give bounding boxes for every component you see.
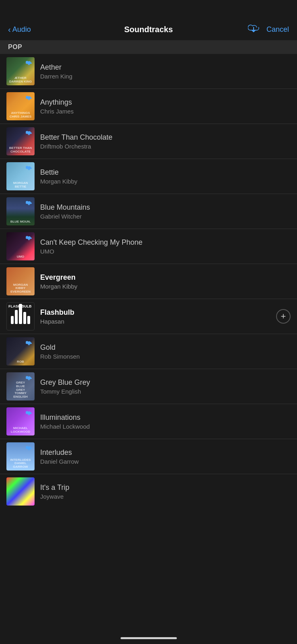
track-item[interactable]: ÆTHER DARREN KING AetherDarren King: [0, 54, 297, 89]
artwork-text: ANYTHINGS CHRIS JAMES: [8, 111, 33, 119]
track-artwork: MICHAEL LOCKWOOD: [6, 407, 35, 436]
artwork-text: FLASH|BULB: [8, 304, 32, 308]
home-bar: [121, 637, 177, 639]
download-icon[interactable]: [25, 374, 33, 382]
download-icon[interactable]: [25, 94, 33, 102]
track-item[interactable]: Rob GoldRob Simonsen: [0, 334, 297, 369]
track-artwork: ANYTHINGS CHRIS JAMES: [6, 92, 35, 120]
track-artwork: Rob: [6, 337, 35, 365]
nav-right-controls: Cancel: [248, 23, 289, 35]
track-item[interactable]: UMO Can't Keep Checking My PhoneUMO: [0, 229, 297, 264]
track-artist: Michael Lockwood: [40, 423, 291, 430]
track-artist: Tommy English: [40, 388, 291, 395]
track-info: Can't Keep Checking My PhoneUMO: [40, 238, 291, 255]
track-info: EvergreenMorgan Kibby: [40, 273, 291, 290]
artwork-text: GREY BLUE GREY TOMMY ENGLISH: [8, 381, 33, 399]
back-chevron-icon: ‹: [8, 25, 11, 33]
track-info: It's a TripJoywave: [40, 483, 291, 500]
section-header: POP: [0, 40, 297, 54]
download-icon[interactable]: [25, 129, 33, 137]
track-artist: Hapasan: [40, 318, 271, 325]
track-info: BettieMorgan Kibby: [40, 168, 291, 185]
track-info: InterludesDaniel Garrow: [40, 448, 291, 465]
track-info: GoldRob Simonsen: [40, 343, 291, 360]
track-title: Aether: [40, 63, 291, 72]
track-list: ÆTHER DARREN KING AetherDarren KingANYTH…: [0, 54, 297, 509]
section-label: POP: [8, 43, 22, 50]
track-artwork: Interludes Daniel Garrow: [6, 442, 35, 471]
track-artist: UMO: [40, 248, 291, 255]
track-title: Better Than Chocolate: [40, 133, 291, 142]
track-artwork: UMO: [6, 232, 35, 260]
track-artwork: FLASH|BULB: [6, 302, 35, 330]
track-info: Grey Blue GreyTommy English: [40, 378, 291, 395]
track-title: Flashbulb: [40, 308, 271, 317]
track-info: Blue MountainsGabriel Witcher: [40, 203, 291, 220]
track-add-action: +: [276, 309, 291, 324]
track-artwork: [6, 477, 35, 506]
track-artist: Rob Simonsen: [40, 353, 291, 360]
download-icon[interactable]: [25, 199, 33, 207]
track-artwork: ÆTHER DARREN KING: [6, 57, 35, 85]
track-artist: Driftmob Orchestra: [40, 143, 291, 150]
track-artwork: BETTER THAN CHOCOLATE: [6, 127, 35, 155]
track-info: Better Than ChocolateDriftmob Orchestra: [40, 133, 291, 150]
add-button[interactable]: +: [276, 309, 291, 324]
download-icon[interactable]: [25, 59, 33, 67]
back-label: Audio: [12, 25, 31, 34]
track-item[interactable]: MORGAN KIBBY EVERGREENEvergreenMorgan Ki…: [0, 264, 297, 299]
track-artwork: BLUE MOUN.: [6, 197, 35, 225]
artwork-text: UMO: [8, 255, 33, 259]
track-artwork: MORGAN KIBBY EVERGREEN: [6, 267, 35, 295]
track-item[interactable]: It's a TripJoywave: [0, 474, 297, 509]
track-artwork: MORGAN BETTIE: [6, 162, 35, 190]
track-item[interactable]: MICHAEL LOCKWOOD IlluminationsMichael Lo…: [0, 404, 297, 439]
track-info: FlashbulbHapasan: [40, 308, 271, 325]
track-title: Anythings: [40, 98, 291, 107]
track-artist: Darren King: [40, 73, 291, 80]
track-info: IlluminationsMichael Lockwood: [40, 413, 291, 430]
home-indicator: [0, 632, 297, 644]
track-item[interactable]: Interludes Daniel Garrow InterludesDanie…: [0, 439, 297, 474]
artwork-text: BETTER THAN CHOCOLATE: [8, 147, 33, 154]
artwork-text: BLUE MOUN.: [8, 220, 33, 224]
navigation-bar: ‹ Audio Soundtracks Cancel: [0, 20, 297, 40]
track-artwork: GREY BLUE GREY TOMMY ENGLISH: [6, 372, 35, 400]
track-artist: Daniel Garrow: [40, 458, 291, 465]
track-info: AnythingsChris James: [40, 98, 291, 115]
track-item[interactable]: BLUE MOUN. Blue MountainsGabriel Witcher: [0, 194, 297, 229]
track-title: Interludes: [40, 448, 291, 457]
artwork-text: MORGAN KIBBY EVERGREEN: [8, 283, 33, 294]
track-item[interactable]: FLASH|BULBFlashbulbHapasan+: [0, 299, 297, 334]
download-icon[interactable]: [25, 234, 33, 242]
track-artist: Chris James: [40, 108, 291, 115]
track-item[interactable]: MORGAN BETTIE BettieMorgan Kibby: [0, 159, 297, 194]
track-title: Blue Mountains: [40, 203, 291, 212]
track-info: AetherDarren King: [40, 63, 291, 80]
artwork-text: Rob: [8, 360, 33, 364]
track-title: Bettie: [40, 168, 291, 177]
artwork-text: ÆTHER DARREN KING: [8, 76, 33, 84]
cancel-button[interactable]: Cancel: [266, 25, 289, 34]
track-title: Grey Blue Grey: [40, 378, 291, 387]
download-icon[interactable]: [25, 339, 33, 347]
download-icon[interactable]: [25, 164, 33, 172]
track-title: It's a Trip: [40, 483, 291, 492]
artwork-text: Interludes Daniel Garrow: [8, 458, 33, 469]
page-title: Soundtracks: [124, 25, 173, 34]
artwork-text: MORGAN BETTIE: [8, 182, 33, 189]
status-bar: [0, 0, 297, 20]
download-all-icon[interactable]: [248, 23, 259, 35]
track-item[interactable]: BETTER THAN CHOCOLATE Better Than Chocol…: [0, 124, 297, 159]
track-title: Evergreen: [40, 273, 291, 282]
download-icon[interactable]: [25, 444, 33, 452]
artwork-text: MICHAEL LOCKWOOD: [8, 427, 33, 434]
track-title: Gold: [40, 343, 291, 352]
track-artist: Morgan Kibby: [40, 283, 291, 290]
track-title: Illuminations: [40, 413, 291, 422]
back-button[interactable]: ‹ Audio: [8, 25, 31, 34]
track-artist: Joywave: [40, 493, 291, 500]
download-icon[interactable]: [25, 409, 33, 417]
track-item[interactable]: ANYTHINGS CHRIS JAMES AnythingsChris Jam…: [0, 89, 297, 124]
track-item[interactable]: GREY BLUE GREY TOMMY ENGLISH Grey Blue G…: [0, 369, 297, 404]
